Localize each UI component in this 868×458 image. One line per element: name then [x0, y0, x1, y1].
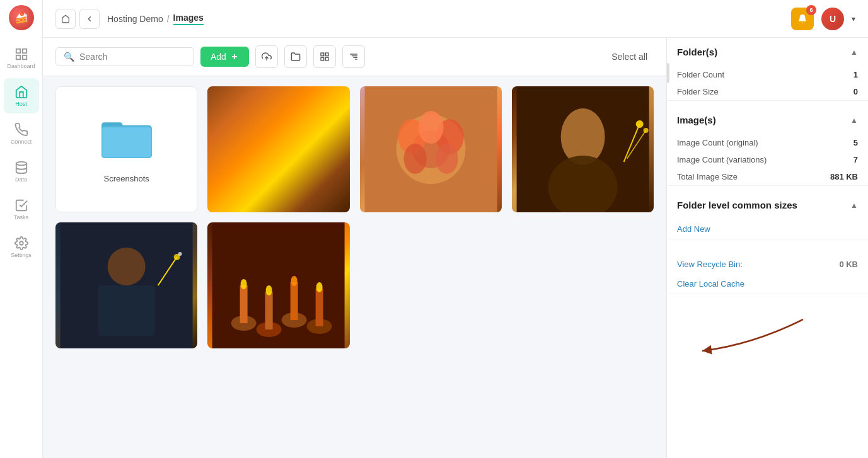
app-logo: 🍰	[9, 5, 34, 30]
content-area: 🔍 Add	[43, 38, 868, 458]
recycle-bin-value: 0 KB	[839, 260, 858, 269]
folder-count-value: 1	[854, 70, 858, 79]
image-thumb-man	[55, 222, 197, 348]
breadcrumb-current: Images	[173, 13, 204, 25]
folders-section-header[interactable]: Folder(s) ▲	[667, 38, 868, 66]
folders-section-body: Folder Count 1 Folder Size 0	[667, 66, 868, 100]
image-item-candle1[interactable]	[207, 86, 349, 212]
images-chevron-icon: ▲	[850, 116, 858, 125]
folder-count-label: Folder Count	[677, 70, 724, 79]
common-sizes-title: Folder level common sizes	[677, 200, 797, 210]
svg-rect-0	[16, 49, 20, 52]
sidebar-item-host[interactable]: Host	[4, 78, 39, 113]
svg-rect-2	[22, 55, 26, 59]
image-item-flowers[interactable]	[360, 86, 502, 212]
actions-section: View Recycle Bin: 0 KB Clear Local Cache	[667, 249, 868, 294]
svg-rect-1	[22, 49, 26, 52]
folder-new-button[interactable]	[284, 45, 307, 68]
svg-rect-50	[291, 282, 298, 320]
topbar-nav	[55, 9, 100, 29]
home-button[interactable]	[55, 9, 76, 29]
svg-rect-38	[98, 285, 155, 336]
folder-size-value: 0	[854, 87, 858, 96]
select-all-button[interactable]: Select all	[605, 48, 654, 66]
sidebar-connect-label: Connect	[11, 139, 32, 145]
notification-button[interactable]: 6	[791, 8, 814, 30]
arrow-annotation-area	[667, 307, 868, 357]
upload-button[interactable]	[255, 45, 278, 68]
total-image-size-row: Total Image Size 881 KB	[667, 168, 868, 185]
breadcrumb-separator: /	[167, 14, 170, 24]
svg-rect-20	[102, 127, 151, 157]
add-button[interactable]: Add	[200, 47, 249, 67]
common-sizes-header[interactable]: Folder level common sizes ▲	[667, 191, 868, 219]
sidebar: 🍰 Dashboard Host Connect Data	[0, 0, 43, 458]
topbar-left: Hosting Demo / Images	[55, 9, 204, 29]
sort-button[interactable]	[342, 45, 365, 68]
add-label: Add	[211, 52, 226, 62]
folders-section-title: Folder(s)	[677, 47, 717, 57]
svg-point-34	[635, 120, 643, 128]
image-thumb-flowers	[360, 86, 502, 212]
panel-toggle-button[interactable]: ›	[666, 63, 669, 83]
svg-point-27	[403, 144, 426, 174]
common-sizes-section: Folder level common sizes ▲ Add New	[667, 191, 868, 239]
svg-rect-53	[316, 289, 323, 326]
sidebar-host-label: Host	[15, 101, 27, 107]
folders-chevron-icon: ▲	[850, 48, 858, 57]
image-count-original-row: Image Count (original) 5	[667, 134, 868, 151]
common-sizes-body: Add New	[667, 219, 868, 239]
images-section: Image(s) ▲ Image Count (original) 5 Imag…	[667, 106, 868, 186]
sidebar-item-tasks[interactable]: Tasks	[4, 192, 39, 227]
folder-count-row: Folder Count 1	[667, 66, 868, 83]
avatar[interactable]: U	[821, 8, 844, 30]
breadcrumb-root[interactable]: Hosting Demo	[107, 14, 163, 24]
search-icon: 🔍	[64, 52, 74, 62]
sidebar-tasks-label: Tasks	[14, 214, 28, 220]
breadcrumb: Hosting Demo / Images	[107, 13, 204, 25]
sidebar-item-connect[interactable]: Connect	[4, 116, 39, 151]
search-input[interactable]	[79, 52, 186, 62]
image-item-man[interactable]	[55, 222, 197, 348]
clear-local-cache-link[interactable]: Clear Local Cache	[667, 274, 868, 294]
folder-name: Screenshots	[103, 174, 149, 183]
toolbar: 🔍 Add	[43, 38, 666, 76]
image-thumb-woman	[512, 86, 654, 212]
folder-item-screenshots[interactable]: Screenshots	[55, 86, 197, 212]
sidebar-item-dashboard[interactable]: Dashboard	[4, 40, 39, 76]
back-button[interactable]	[79, 9, 100, 29]
svg-rect-3	[16, 55, 20, 59]
svg-point-41	[178, 252, 182, 256]
svg-point-5	[20, 241, 23, 245]
sidebar-item-settings[interactable]: Settings	[4, 229, 39, 265]
svg-point-51	[291, 276, 298, 286]
folder-size-label: Folder Size	[677, 87, 719, 96]
total-image-size-label: Total Image Size	[677, 172, 738, 181]
image-thumb-candle1	[207, 86, 349, 212]
svg-rect-9	[321, 53, 324, 56]
images-section-body: Image Count (original) 5 Image Count (va…	[667, 134, 868, 185]
sidebar-item-data[interactable]: Data	[4, 154, 39, 189]
image-item-woman[interactable]	[512, 86, 654, 212]
avatar-chevron-icon[interactable]: ▾	[852, 14, 855, 23]
image-count-variations-row: Image Count (variations) 7	[667, 151, 868, 168]
folders-section: Folder(s) ▲ Folder Count 1 Folder Size 0	[667, 38, 868, 101]
sidebar-data-label: Data	[15, 176, 27, 183]
images-section-header[interactable]: Image(s) ▲	[667, 106, 868, 134]
image-thumb-candle2	[207, 222, 349, 348]
svg-point-37	[108, 248, 146, 285]
image-count-variations-label: Image Count (variations)	[677, 155, 767, 164]
image-item-candle2[interactable]	[207, 222, 349, 348]
svg-rect-10	[325, 53, 328, 56]
arrow-annotation-svg	[677, 307, 854, 357]
grid-view-button[interactable]	[313, 45, 336, 68]
svg-point-45	[241, 279, 247, 289]
svg-point-48	[266, 285, 272, 295]
notification-badge: 6	[806, 5, 816, 15]
right-panel: › Folder(s) ▲ Folder Count 1 Folder Size…	[666, 38, 868, 458]
sidebar-dashboard-label: Dashboard	[7, 63, 35, 69]
file-manager: 🔍 Add	[43, 38, 666, 458]
add-new-link[interactable]: Add New	[667, 219, 868, 239]
common-sizes-chevron-icon: ▲	[850, 201, 858, 210]
view-recycle-bin-link[interactable]: View Recycle Bin:	[677, 260, 743, 269]
